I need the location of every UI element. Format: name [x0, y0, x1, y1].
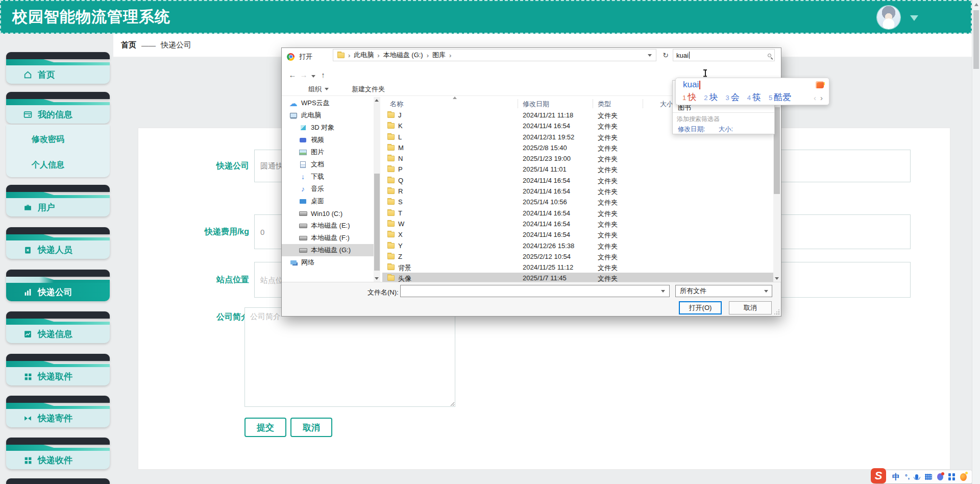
address-crumb-this-pc[interactable]: 此电脑 [354, 51, 374, 60]
keyboard-icon[interactable] [925, 474, 932, 480]
scroll-up-icon[interactable] [375, 99, 379, 102]
file-date: 2024/12/31 19:52 [523, 133, 574, 141]
file-row[interactable]: 背景 2024/11/25 11:12 文件夹 [382, 262, 773, 273]
intro-textarea[interactable] [244, 307, 455, 407]
toolbox-grid-icon[interactable] [948, 473, 951, 476]
open-button[interactable]: 打开(O) [679, 301, 722, 314]
file-row[interactable]: M 2025/2/8 15:40 文件夹 [382, 142, 773, 153]
dialog-cancel-button[interactable]: 取消 [729, 301, 772, 314]
column-date[interactable]: 修改日期 [523, 100, 549, 109]
sidebar-item-express-company[interactable]: 快递公司 [6, 270, 110, 301]
dialog-nav-item[interactable]: 此电脑 [282, 109, 374, 122]
ime-candidate[interactable]: 1 快 [682, 91, 696, 103]
punctuation-mode-icon[interactable]: °, [905, 473, 910, 480]
filename-input[interactable] [400, 285, 670, 297]
skin-icon[interactable] [937, 473, 943, 480]
file-row[interactable]: P 2025/1/4 11:01 文件夹 [382, 164, 773, 175]
emoji-icon[interactable] [960, 473, 967, 481]
sidebar-item-clipped[interactable] [6, 478, 110, 484]
refresh-icon[interactable] [659, 49, 672, 61]
search-input-value[interactable]: kuai [676, 52, 689, 59]
address-bar[interactable]: › 此电脑 › 本地磁盘 (G:) › 图库 › [333, 49, 656, 61]
sogou-logo[interactable]: S [871, 468, 886, 483]
ime-page-prev-icon[interactable]: ‹ [814, 93, 816, 102]
dialog-nav-item[interactable]: 视频 [282, 134, 374, 146]
recent-locations-icon[interactable] [309, 70, 317, 79]
file-row[interactable]: 头像 2025/1/7 11:45 文件夹 [382, 273, 773, 282]
dialog-nav-item[interactable]: 本地磁盘 (E:) [282, 220, 374, 232]
ime-candidate[interactable]: 3 会 [725, 91, 739, 103]
sidebar-item-personal-info[interactable]: 个人信息 [6, 152, 110, 178]
file-row[interactable]: R 2024/11/4 16:54 文件夹 [382, 186, 773, 197]
column-size[interactable]: 大小 [648, 100, 673, 109]
browser-scrollbar[interactable] [972, 0, 980, 484]
filetype-select[interactable]: 所有文件 [675, 285, 772, 297]
address-crumb-gallery[interactable]: 图库 [432, 51, 446, 60]
dialog-nav-item[interactable]: 3D 对象 [282, 122, 374, 134]
dialog-nav-item[interactable]: WPS云盘 [282, 97, 374, 109]
file-row[interactable]: S 2025/1/4 10:56 文件夹 [382, 197, 773, 207]
dialog-nav-item[interactable]: 网络 [282, 256, 374, 269]
address-dropdown-icon[interactable] [648, 54, 652, 57]
filter-date-link[interactable]: 修改日期: [678, 125, 705, 134]
column-name[interactable]: 名称 [390, 100, 403, 109]
sidebar-item-my-info[interactable]: 我的信息 [6, 92, 110, 124]
new-folder-button[interactable]: 新建文件夹 [352, 85, 385, 94]
file-type: 文件夹 [598, 263, 618, 273]
scroll-up-icon[interactable] [974, 3, 978, 6]
column-type[interactable]: 类型 [598, 100, 611, 109]
column-divider [643, 99, 643, 108]
submit-button[interactable]: 提交 [244, 418, 286, 437]
resize-grip[interactable] [774, 309, 779, 314]
dialog-nav-item[interactable]: 本地磁盘 (G:) [282, 244, 374, 256]
browser-scrollbar-thumb[interactable] [973, 10, 979, 69]
address-crumb-disk-g[interactable]: 本地磁盘 (G:) [383, 51, 423, 60]
card-stripe [6, 59, 110, 65]
dialog-nav-item[interactable]: Win10 (C:) [282, 207, 374, 220]
file-row[interactable]: Y 2024/12/26 15:38 文件夹 [382, 240, 773, 251]
dialog-nav-item[interactable]: 图片 [282, 146, 374, 158]
ime-candidate[interactable]: 2 块 [704, 91, 718, 103]
ime-page-next-icon[interactable]: › [820, 93, 823, 102]
user-avatar[interactable] [877, 6, 900, 29]
dialog-nav-item[interactable]: 音乐 [282, 183, 374, 195]
nav-scrollbar-thumb[interactable] [374, 174, 380, 271]
sidebar-item-express-receive[interactable]: 快递收件 [6, 438, 110, 469]
sidebar-item-express-send[interactable]: 快递寄件 [6, 396, 110, 427]
sidebar-item-users[interactable]: 用户 [6, 185, 110, 216]
sidebar-item-home[interactable]: 首页 [6, 52, 110, 84]
cancel-button[interactable]: 取消 [290, 418, 332, 437]
breadcrumb-home[interactable]: 首页 [121, 40, 136, 50]
crumb-separator: › [348, 52, 350, 59]
sidebar-item-express-info[interactable]: 快递信息 [6, 311, 110, 343]
dialog-nav-item[interactable]: 下载 [282, 171, 374, 183]
microphone-icon[interactable] [915, 474, 918, 479]
sidebar-item-couriers[interactable]: 快递人员 [6, 227, 110, 259]
dialog-nav-item[interactable]: 桌面 [282, 195, 374, 207]
file-row[interactable]: W 2024/11/4 16:54 文件夹 [382, 219, 773, 229]
ime-candidate[interactable]: 5 酷爱 [769, 91, 791, 103]
sidebar-item-express-pickup[interactable]: 快递取件 [6, 354, 110, 385]
file-row[interactable]: X 2024/11/4 16:54 文件夹 [382, 229, 773, 240]
ime-candidate[interactable]: 4 筷 [747, 91, 761, 103]
folder-icon [387, 134, 395, 140]
ime-mode-chinese[interactable]: 中 [892, 472, 900, 482]
file-row[interactable]: T 2024/11/4 16:54 文件夹 [382, 208, 773, 219]
nav-scrollbar[interactable] [374, 97, 380, 282]
file-row[interactable]: Z 2025/2/12 10:54 文件夹 [382, 251, 773, 262]
organize-button[interactable]: 组织 [308, 85, 329, 94]
sogou-ime-icon[interactable] [816, 81, 824, 88]
scroll-down-icon[interactable] [775, 277, 779, 280]
filter-size-link[interactable]: 大小: [718, 125, 732, 134]
file-row[interactable]: N 2025/1/23 19:00 文件夹 [382, 153, 773, 164]
back-icon[interactable]: ← [287, 70, 298, 79]
dialog-nav-item[interactable]: 文档 [282, 158, 374, 171]
scroll-down-icon[interactable] [375, 277, 379, 280]
nav-item-label: 此电脑 [301, 111, 321, 120]
search-box[interactable]: kuai [673, 49, 775, 61]
file-row[interactable]: Q 2024/11/4 16:54 文件夹 [382, 175, 773, 186]
avatar-dropdown-caret-icon[interactable] [910, 15, 918, 21]
up-icon[interactable]: ↑ [317, 70, 329, 79]
sidebar-item-change-password[interactable]: 修改密码 [6, 127, 110, 152]
dialog-nav-item[interactable]: 本地磁盘 (F:) [282, 232, 374, 244]
